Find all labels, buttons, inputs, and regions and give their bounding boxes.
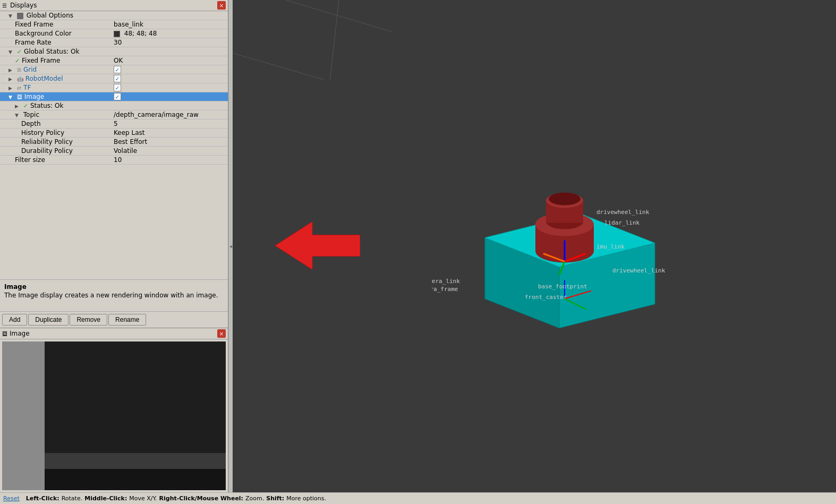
image-label: Image bbox=[24, 93, 45, 100]
reliability-policy-label: Reliability Policy bbox=[21, 138, 73, 146]
tree-row[interactable]: Depth 5 bbox=[0, 119, 228, 129]
image-dark-region bbox=[45, 341, 226, 453]
tree-row[interactable]: Reliability Policy Best Effort bbox=[0, 138, 228, 147]
red-arrow bbox=[275, 219, 360, 274]
tf-checkbox[interactable]: ✓ bbox=[112, 83, 228, 92]
tree-row[interactable]: ▼ ✓ Global Status: Ok bbox=[0, 47, 228, 56]
image-panel-close-button[interactable]: × bbox=[217, 329, 226, 338]
scene-label-drivewheel1: drivewheel_link bbox=[596, 208, 650, 215]
expand-icon: ▶ bbox=[15, 104, 20, 109]
robot-model-checkbox[interactable]: ✓ bbox=[112, 74, 228, 83]
tree-row[interactable]: History Policy Keep Last bbox=[0, 129, 228, 138]
svg-line-7 bbox=[349, 0, 392, 80]
image-status-check: ✓ bbox=[23, 102, 28, 109]
middle-click-action: Move X/Y. bbox=[129, 495, 157, 502]
image-check-icon[interactable]: ✓ bbox=[114, 93, 121, 100]
grid-label: Grid bbox=[23, 66, 37, 73]
scene-label-camera-frame: camera_frame bbox=[432, 285, 458, 292]
svg-marker-36 bbox=[275, 221, 360, 269]
expand-icon: ▶ bbox=[8, 76, 14, 82]
duplicate-button[interactable]: Duplicate bbox=[28, 314, 69, 326]
image-bottom-darker bbox=[45, 469, 226, 490]
tree-row[interactable]: ✓ Fixed Frame OK bbox=[0, 56, 228, 65]
frame-rate-label: Frame Rate bbox=[15, 39, 52, 46]
depth-value[interactable]: 5 bbox=[112, 119, 228, 129]
tree-row[interactable]: ▶ 🤖 RobotModel ✓ bbox=[0, 74, 228, 83]
reliability-policy-value[interactable]: Best Effort bbox=[112, 138, 228, 147]
displays-close-button[interactable]: × bbox=[217, 1, 226, 10]
image-checkbox[interactable]: ✓ bbox=[112, 92, 228, 101]
tree-row[interactable]: ▶ ⊞ Grid ✓ bbox=[0, 65, 228, 74]
description-title: Image bbox=[4, 283, 224, 291]
shift-action: More options. bbox=[286, 495, 326, 502]
expand-icon: ▼ bbox=[8, 13, 14, 19]
robot-model-check-icon[interactable]: ✓ bbox=[114, 75, 121, 82]
filter-size-label: Filter size bbox=[15, 156, 45, 164]
global-status-value bbox=[112, 47, 228, 56]
expand-icon: ▼ bbox=[8, 49, 14, 55]
tree-row[interactable]: Frame Rate 30 bbox=[0, 38, 228, 47]
image-panel-titlebar: 🖼 Image × bbox=[0, 328, 228, 339]
topic-value[interactable]: /depth_camera/image_raw bbox=[112, 110, 228, 119]
scene-label-base-footprint: base_footprint bbox=[538, 283, 587, 289]
image-panel-icon: 🖼 bbox=[2, 331, 7, 337]
tf-label: TF bbox=[23, 84, 31, 91]
tree-row[interactable]: ▼ Global Options bbox=[0, 11, 228, 20]
displays-titlebar: ☰ Displays × bbox=[0, 0, 228, 11]
right-click-label: Right-Click/Mouse Wheel: bbox=[159, 495, 243, 502]
status-bar: Reset Left-Click: Rotate. Middle-Click: … bbox=[0, 492, 836, 504]
tree-row[interactable]: Durability Policy Volatile bbox=[0, 147, 228, 156]
image-status-label: Status: Ok bbox=[30, 102, 64, 109]
reset-button[interactable]: Reset bbox=[3, 495, 20, 502]
grid-checkbox[interactable]: ✓ bbox=[112, 65, 228, 74]
tree-row[interactable]: ▶ ⇄ TF ✓ bbox=[0, 83, 228, 92]
filter-size-value[interactable]: 10 bbox=[112, 156, 228, 165]
color-swatch bbox=[114, 31, 120, 37]
tree-row[interactable]: ▼ 🖼 Image ✓ bbox=[0, 92, 228, 101]
image-left-strip bbox=[2, 341, 45, 490]
background-color-label: Background Color bbox=[15, 30, 72, 37]
image-display bbox=[2, 341, 226, 490]
tf-check-icon[interactable]: ✓ bbox=[114, 84, 121, 91]
description-area: Image The Image display creates a new re… bbox=[0, 279, 228, 311]
frame-rate-value[interactable]: 30 bbox=[112, 38, 228, 47]
svg-line-6 bbox=[286, 0, 339, 80]
scene-label-imu: imu_link bbox=[596, 243, 625, 250]
history-policy-value[interactable]: Keep Last bbox=[112, 129, 228, 138]
tree-row[interactable]: ▶ ✓ Status: Ok bbox=[0, 101, 228, 110]
displays-tree-panel: ▼ Global Options Fixed Frame base_link bbox=[0, 11, 228, 279]
rename-button[interactable]: Rename bbox=[108, 314, 146, 326]
left-click-action: Rotate. bbox=[62, 495, 83, 502]
tree-row[interactable]: Fixed Frame base_link bbox=[0, 20, 228, 29]
image-icon: 🖼 bbox=[17, 94, 22, 100]
background-color-value[interactable]: 48; 48; 48 bbox=[112, 29, 228, 38]
tree-row[interactable]: ▼ Topic /depth_camera/image_raw bbox=[0, 110, 228, 119]
tf-icon: ⇄ bbox=[17, 85, 21, 91]
svg-line-14 bbox=[233, 53, 392, 80]
image-panel-title: Image bbox=[10, 330, 30, 337]
svg-line-13 bbox=[286, 0, 392, 80]
svg-line-0 bbox=[233, 53, 392, 80]
remove-button[interactable]: Remove bbox=[70, 314, 107, 326]
grid-check-icon[interactable]: ✓ bbox=[114, 66, 121, 73]
expand-icon: ▼ bbox=[15, 113, 20, 118]
3d-viewport[interactable]: drivewheel_link lidar_link imu_link driv… bbox=[233, 0, 836, 492]
image-status-value bbox=[112, 101, 228, 110]
add-button[interactable]: Add bbox=[2, 314, 27, 326]
image-bottom-region bbox=[45, 453, 226, 490]
global-options-value bbox=[112, 11, 228, 20]
global-status-label: Global Status: Ok bbox=[24, 48, 80, 55]
tree-row[interactable]: Filter size 10 bbox=[0, 156, 228, 165]
status-check-icon: ✓ bbox=[17, 48, 22, 55]
fixed-frame-status-check: ✓ bbox=[15, 57, 20, 64]
tree-row[interactable]: Background Color 48; 48; 48 bbox=[0, 29, 228, 38]
topic-label: Topic bbox=[23, 111, 39, 118]
global-options-icon bbox=[17, 13, 23, 19]
grid-icon: ⊞ bbox=[17, 67, 21, 73]
expand-icon: ▶ bbox=[8, 67, 14, 73]
displays-title: Displays bbox=[10, 2, 37, 9]
fixed-frame-value[interactable]: base_link bbox=[112, 20, 228, 29]
durability-policy-value[interactable]: Volatile bbox=[112, 147, 228, 156]
fixed-frame-label: Fixed Frame bbox=[15, 21, 53, 28]
panel-resize-handle[interactable]: ◂ bbox=[228, 0, 233, 492]
